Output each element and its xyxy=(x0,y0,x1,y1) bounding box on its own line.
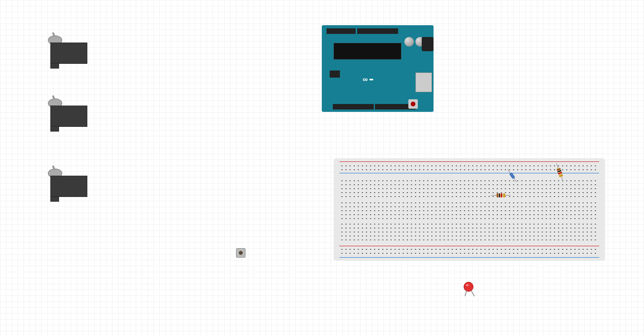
servo-3[interactable] xyxy=(50,165,90,202)
servo-body xyxy=(50,106,87,127)
holes-terminal-bottom[interactable] xyxy=(340,222,598,242)
svg-point-1 xyxy=(466,284,469,286)
led-red[interactable] xyxy=(463,280,482,299)
servo-cap xyxy=(50,196,59,202)
servo-1[interactable] xyxy=(50,32,90,69)
header-analog[interactable] xyxy=(327,28,356,34)
arduino-uno[interactable]: ∞ xyxy=(322,25,434,112)
svg-rect-5 xyxy=(499,193,500,197)
arduino-logo: ∞ xyxy=(361,76,373,84)
microcontroller-chip xyxy=(334,43,401,59)
icsp-header[interactable] xyxy=(330,71,340,78)
holes-rail-bottom[interactable] xyxy=(340,247,598,255)
holes-terminal-mid[interactable] xyxy=(340,201,598,221)
servo-body xyxy=(50,43,87,64)
resistor-1[interactable] xyxy=(491,191,511,199)
capacitor-1 xyxy=(404,37,414,46)
svg-rect-4 xyxy=(497,193,498,197)
servo-2[interactable] xyxy=(50,95,90,132)
pushbutton[interactable] xyxy=(236,248,245,258)
fritzing-canvas[interactable]: ∞ xyxy=(0,0,644,336)
header-power[interactable] xyxy=(357,28,398,34)
reset-button[interactable] xyxy=(408,99,418,109)
header-digital-low[interactable] xyxy=(333,104,374,110)
servo-cap xyxy=(50,126,59,132)
svg-rect-6 xyxy=(501,193,502,197)
servo-cap xyxy=(50,63,59,69)
servo-body xyxy=(50,176,87,197)
svg-rect-7 xyxy=(504,193,505,197)
power-jack[interactable] xyxy=(422,37,434,51)
usb-port[interactable] xyxy=(415,72,432,92)
svg-point-0 xyxy=(464,282,473,291)
